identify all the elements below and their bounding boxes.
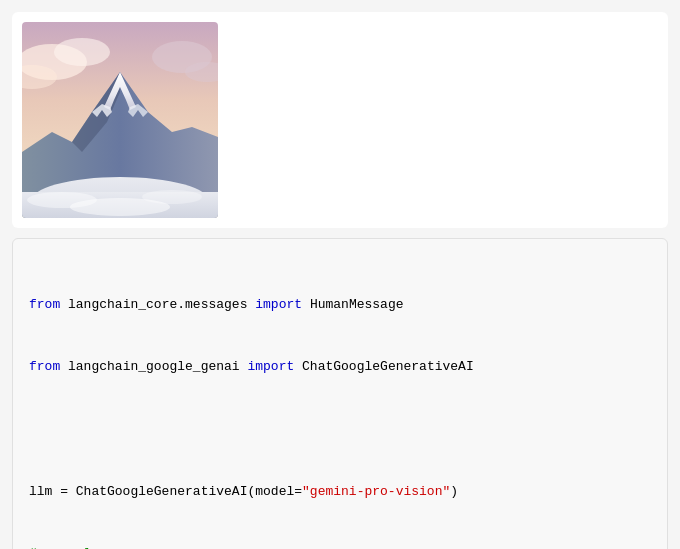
code-line-1: from langchain_core.messages import Huma… <box>29 295 651 316</box>
mountain-image <box>22 22 218 218</box>
code-line-5: # example <box>29 544 651 549</box>
page-container: from langchain_core.messages import Huma… <box>0 0 680 549</box>
code-block: from langchain_core.messages import Huma… <box>12 238 668 549</box>
code-line-4: llm = ChatGoogleGenerativeAI(model="gemi… <box>29 482 651 503</box>
svg-point-2 <box>54 38 110 66</box>
code-line-3 <box>29 419 651 440</box>
code-line-2: from langchain_google_genai import ChatG… <box>29 357 651 378</box>
image-section <box>12 12 668 228</box>
svg-point-15 <box>70 198 170 216</box>
